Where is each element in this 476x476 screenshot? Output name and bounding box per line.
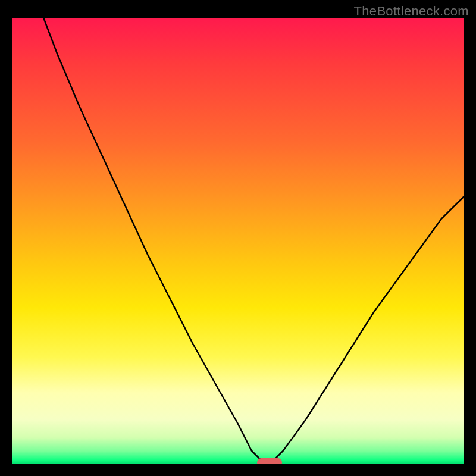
chart-frame: TheBottleneck.com [0,0,476,476]
watermark-text: TheBottleneck.com [354,4,469,19]
plot-area [12,18,464,464]
gradient-background [12,18,464,464]
minimum-marker [257,458,282,464]
